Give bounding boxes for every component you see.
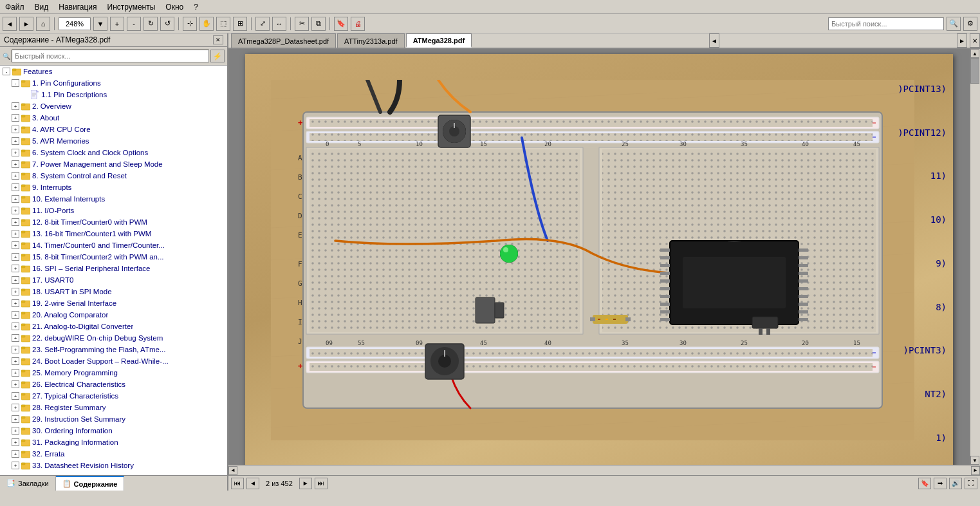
tab-nav-right[interactable]: ► bbox=[957, 33, 967, 48]
zoom-input[interactable] bbox=[59, 17, 91, 30]
btn-zoom-dropdown[interactable]: ▼ bbox=[93, 17, 107, 31]
toc-expand-btn[interactable]: + bbox=[12, 183, 19, 191]
panel-search-input[interactable] bbox=[12, 50, 209, 62]
toc-expand-btn[interactable]: + bbox=[12, 369, 19, 377]
panel-close-btn[interactable]: ✕ bbox=[213, 35, 223, 44]
scroll-right-btn[interactable]: ► bbox=[971, 466, 980, 475]
toc-item[interactable]: +10. External Interrupts bbox=[0, 193, 227, 205]
toc-expand-btn[interactable]: + bbox=[12, 230, 19, 238]
btn-settings[interactable]: ⚙ bbox=[963, 17, 977, 31]
toc-item[interactable]: +16. SPI – Serial Peripheral Interface bbox=[0, 263, 227, 274]
toc-item[interactable]: +12. 8-bit Timer/Counter0 with PWM bbox=[0, 216, 227, 228]
toc-item[interactable]: +13. 16-bit Timer/Counter1 with PWM bbox=[0, 228, 227, 239]
btn-print[interactable]: 🖨 bbox=[351, 17, 365, 31]
btn-cut[interactable]: ✂ bbox=[295, 17, 309, 31]
toc-item[interactable]: +7. Power Management and Sleep Mode bbox=[0, 158, 227, 170]
toc-item[interactable]: +4. AVR CPU Core bbox=[0, 124, 227, 135]
toc-expand-btn[interactable]: + bbox=[12, 265, 19, 272]
toc-expand-btn[interactable]: + bbox=[12, 346, 19, 353]
toc-expand-btn[interactable]: + bbox=[12, 241, 19, 249]
toc-expand-btn[interactable]: + bbox=[12, 334, 19, 342]
toc-expand-btn[interactable]: + bbox=[12, 380, 19, 388]
tab-nav-left[interactable]: ◄ bbox=[709, 33, 719, 48]
menu-tools[interactable]: Инструменты bbox=[105, 1, 158, 13]
toc-expand-btn[interactable]: + bbox=[12, 438, 19, 446]
toc-item[interactable]: +27. Typical Characteristics bbox=[0, 390, 227, 402]
toc-expand-btn[interactable]: + bbox=[12, 415, 19, 423]
toc-item[interactable]: -1. Pin Configurations bbox=[0, 77, 227, 89]
nav-arrow-btn[interactable]: ➡ bbox=[934, 478, 947, 489]
tab-attiny2313[interactable]: ATTiny2313a.pdf bbox=[337, 33, 405, 48]
toc-expand-btn[interactable]: + bbox=[12, 404, 19, 411]
menu-help[interactable]: ? bbox=[191, 1, 201, 13]
toc-expand-btn[interactable]: + bbox=[12, 253, 19, 261]
nav-bookmark-btn[interactable]: 🔖 bbox=[918, 478, 931, 489]
nav-fullscreen-btn[interactable]: ⛶ bbox=[965, 478, 977, 489]
toc-expand-btn[interactable]: + bbox=[12, 114, 19, 122]
btn-back[interactable]: ◄ bbox=[3, 17, 17, 31]
tab-atmega328p[interactable]: ATmega328P_Datasheet.pdf bbox=[231, 33, 336, 48]
toc-item[interactable]: +26. Electrical Characteristics bbox=[0, 379, 227, 390]
toc-expand-btn[interactable]: + bbox=[12, 357, 19, 365]
nav-last-btn[interactable]: ⏭ bbox=[315, 478, 328, 489]
toc-expand-btn[interactable]: + bbox=[12, 450, 19, 458]
toc-container[interactable]: -Features-1. Pin Configurations1.1 Pin D… bbox=[0, 66, 227, 475]
toc-item[interactable]: -Features bbox=[0, 66, 227, 77]
toc-item[interactable]: +2. Overview bbox=[0, 100, 227, 112]
menu-view[interactable]: Вид bbox=[32, 1, 51, 13]
scroll-left-btn[interactable]: ◄ bbox=[228, 466, 237, 475]
toc-expand-btn[interactable]: - bbox=[12, 79, 19, 87]
toc-item[interactable]: +11. I/O-Ports bbox=[0, 205, 227, 216]
pdf-content[interactable]: A B C D E F G H I J 0 5 10 bbox=[228, 49, 970, 465]
nav-prev-btn[interactable]: ◄ bbox=[246, 478, 259, 489]
toc-expand-btn[interactable]: + bbox=[12, 392, 19, 400]
btn-forward[interactable]: ► bbox=[19, 17, 33, 31]
toc-item[interactable]: +32. Errata bbox=[0, 448, 227, 460]
toc-item[interactable]: +30. Ordering Information bbox=[0, 425, 227, 436]
toc-item[interactable]: +23. Self-Programming the Flash, ATme... bbox=[0, 344, 227, 355]
btn-rotate-cw[interactable]: ↻ bbox=[143, 17, 158, 31]
toc-item[interactable]: 1.1 Pin Descriptions bbox=[0, 89, 227, 100]
menu-navigation[interactable]: Навигация bbox=[56, 1, 99, 13]
btn-bookmark[interactable]: 🔖 bbox=[334, 17, 348, 31]
btn-hand[interactable]: ✋ bbox=[199, 17, 214, 31]
toc-item[interactable]: +5. AVR Memories bbox=[0, 135, 227, 147]
nav-first-btn[interactable]: ⏮ bbox=[231, 478, 244, 489]
tab-close-btn[interactable]: ✕ bbox=[970, 33, 980, 48]
toc-expand-btn[interactable]: + bbox=[12, 160, 19, 168]
toc-item[interactable]: +18. USART in SPI Mode bbox=[0, 286, 227, 297]
toc-item[interactable]: +29. Instruction Set Summary bbox=[0, 413, 227, 425]
toc-item[interactable]: +22. debugWIRE On-chip Debug System bbox=[0, 332, 227, 344]
btn-home[interactable]: ⌂ bbox=[36, 17, 50, 31]
toc-expand-btn[interactable]: + bbox=[12, 137, 19, 145]
toc-expand-btn[interactable]: + bbox=[12, 172, 19, 180]
toc-expand-btn[interactable]: + bbox=[12, 149, 19, 156]
toc-item[interactable]: +19. 2-wire Serial Interface bbox=[0, 297, 227, 309]
toc-item[interactable]: +20. Analog Comparator bbox=[0, 309, 227, 321]
toc-item[interactable]: +9. Interrupts bbox=[0, 182, 227, 193]
scroll-up-btn[interactable]: ▲ bbox=[970, 49, 979, 58]
toc-expand-btn[interactable]: + bbox=[12, 102, 19, 110]
toc-item[interactable]: +28. Register Summary bbox=[0, 402, 227, 413]
menu-file[interactable]: Файл bbox=[3, 1, 27, 13]
top-search-input[interactable] bbox=[828, 17, 944, 30]
btn-zoom-in[interactable]: + bbox=[110, 17, 124, 31]
pdf-vertical-scrollbar[interactable]: ▲ ▼ bbox=[970, 49, 980, 465]
toc-expand-btn[interactable]: + bbox=[12, 288, 19, 295]
toc-expand-btn[interactable]: + bbox=[12, 276, 19, 284]
toc-item[interactable]: +8. System Control and Reset bbox=[0, 170, 227, 182]
toc-expand-btn[interactable]: + bbox=[12, 126, 19, 133]
panel-search-btn[interactable]: ⚡ bbox=[210, 50, 225, 62]
toc-expand-btn[interactable]: + bbox=[12, 195, 19, 203]
scroll-track[interactable] bbox=[970, 58, 980, 456]
toc-item[interactable]: +6. System Clock and Clock Options bbox=[0, 147, 227, 158]
btn-search-go[interactable]: 🔍 bbox=[947, 17, 961, 31]
toc-item[interactable]: +33. Datasheet Revision History bbox=[0, 460, 227, 471]
toc-item[interactable]: +25. Memory Programming bbox=[0, 367, 227, 379]
toc-item[interactable]: +15. 8-bit Timer/Counter2 with PWM an... bbox=[0, 251, 227, 263]
scroll-thumb[interactable] bbox=[970, 58, 979, 84]
btn-marquee[interactable]: ⬚ bbox=[216, 17, 230, 31]
toc-item[interactable]: +14. Timer/Counter0 and Timer/Counter... bbox=[0, 239, 227, 251]
toc-item[interactable]: +3. About bbox=[0, 112, 227, 124]
scroll-down-btn[interactable]: ▼ bbox=[970, 456, 979, 465]
